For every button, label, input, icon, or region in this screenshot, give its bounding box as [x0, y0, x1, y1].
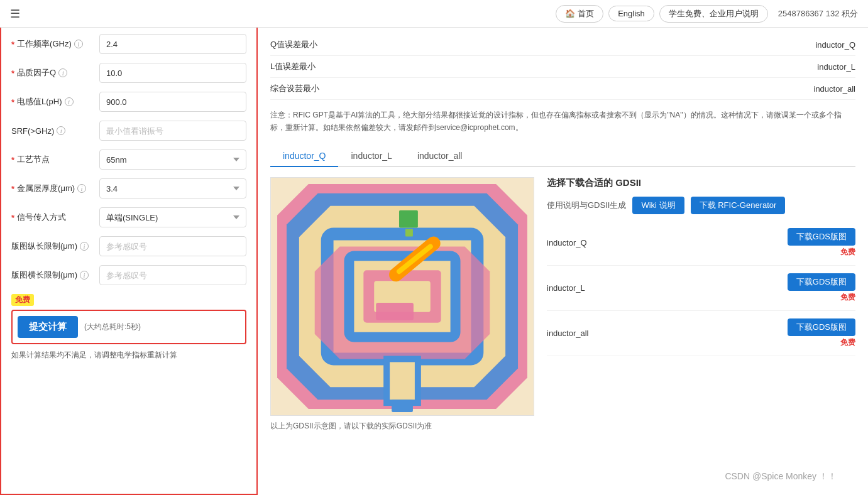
table-label-l: L值误差最小 [270, 61, 780, 72]
process-select[interactable]: 65nm 90nm 130nm 180nm [99, 150, 246, 170]
user-info: 2548786367 132 积分 [778, 8, 858, 19]
freq-input[interactable] [99, 34, 246, 54]
submit-button[interactable]: 提交计算 [18, 316, 78, 338]
english-button[interactable]: English [608, 6, 654, 21]
gdsii-download-panel: 选择下载合适的 GDSII 使用说明与GDSII生成 Wiki 说明 下载 RF… [547, 177, 855, 432]
form-row-layout-width: 版图横长限制(μm) i [11, 265, 246, 285]
svg-rect-13 [399, 210, 418, 228]
table-label-all: 综合设芸最小 [270, 83, 780, 94]
rfic-generator-button[interactable]: 下载 RFIC-Generator [691, 197, 786, 214]
quality-info-icon[interactable]: i [58, 68, 67, 77]
home-label: 首页 [578, 8, 594, 19]
table-label-q: Q值误差最小 [270, 39, 780, 50]
submit-section: 免费 提交计算 (大约总耗时:5秒) 如果计算结果均不满足，请调整电学指标重新计… [11, 294, 246, 361]
home-button[interactable]: 🏠 首页 [556, 5, 603, 23]
table-value-l: inductor_L [780, 62, 855, 72]
download-item-name-l: inductor_L [547, 283, 788, 293]
required-star-q: * [11, 68, 14, 78]
gdsii-section-title: 选择下载合适的 GDSII [547, 177, 855, 189]
layout-length-info-icon[interactable]: i [80, 242, 89, 251]
layout-width-input[interactable] [99, 265, 246, 285]
tab-inductor-all[interactable]: inductor_all [405, 146, 475, 167]
free-text-all: 免费 [840, 337, 855, 348]
download-item-q: inductor_Q 下载GDS版图 免费 [547, 220, 855, 266]
home-icon: 🏠 [565, 9, 575, 18]
tab-inductor-l[interactable]: inductor_L [338, 146, 404, 167]
top-nav: ☰ 🏠 首页 English 学生免费、企业用户说明 2548786367 13… [0, 0, 868, 28]
quality-label-text: 品质因子Q [17, 67, 56, 79]
left-panel: * 工作频率(GHz) i * 品质因子Q i * 电感值L(pH) i [0, 28, 258, 495]
form-row-srf: SRF(>GHz) i [11, 121, 246, 141]
inductance-label: * 电感值L(pH) i [11, 96, 99, 107]
process-label-text: 工艺节点 [17, 154, 50, 165]
free-text-l: 免费 [840, 292, 855, 303]
metal-select[interactable]: 3.4 2.8 2.0 [99, 178, 246, 199]
download-item-right-q: 下载GDS版图 免费 [788, 228, 855, 258]
tabs-row: inductor_Q inductor_L inductor_all [270, 146, 855, 167]
metal-info-icon[interactable]: i [77, 184, 86, 193]
english-label: English [618, 9, 645, 18]
required-star-l: * [11, 97, 14, 107]
svg-rect-14 [405, 229, 413, 236]
download-gds-button-all[interactable]: 下载GDS版图 [788, 318, 855, 336]
svg-rect-17 [392, 400, 413, 412]
download-item-all: inductor_all 下载GDS版图 免费 [547, 311, 855, 356]
form-row-quality: * 品质因子Q i [11, 63, 246, 83]
freq-label: * 工作频率(GHz) i [11, 38, 99, 50]
quality-label: * 品质因子Q i [11, 67, 99, 79]
srf-input[interactable] [99, 121, 246, 141]
svg-rect-11 [387, 359, 418, 403]
form-row-metal: * 金属层厚度(μm) i 3.4 2.8 2.0 [11, 178, 246, 199]
student-button[interactable]: 学生免费、企业用户说明 [659, 5, 768, 23]
inductance-label-text: 电感值L(pH) [17, 96, 62, 107]
table-value-q: inductor_Q [780, 40, 855, 50]
svg-rect-10 [376, 303, 414, 320]
table-row: 综合设芸最小 inductor_all [270, 78, 855, 100]
srf-info-icon[interactable]: i [57, 126, 65, 135]
inductance-input[interactable] [99, 92, 246, 112]
content-row: 以上为GDSII示意图，请以下载的实际GDSII为准 选择下载合适的 GDSII… [270, 177, 855, 432]
download-item-name-q: inductor_Q [547, 238, 788, 248]
signal-label-text: 信号传入方式 [17, 212, 66, 223]
process-label: * 工艺节点 [11, 154, 99, 165]
metal-label-text: 金属层厚度(μm) [17, 183, 75, 194]
free-text-q: 免费 [840, 247, 855, 258]
download-item-right-l: 下载GDS版图 免费 [788, 273, 855, 303]
table-row: Q值误差最小 inductor_Q [270, 34, 855, 56]
gdsii-subtitle-row: 使用说明与GDSII生成 Wiki 说明 下载 RFIC-Generator [547, 197, 855, 214]
submit-time: (大约总耗时:5秒) [84, 322, 141, 332]
main-layout: * 工作频率(GHz) i * 品质因子Q i * 电感值L(pH) i [0, 28, 868, 495]
freq-info-icon[interactable]: i [74, 40, 83, 48]
layout-length-label: 版图纵长限制(μm) i [11, 241, 99, 252]
tab-inductor-q[interactable]: inductor_Q [270, 146, 338, 167]
required-star-m: * [11, 184, 14, 193]
download-item-right-all: 下载GDS版图 免费 [788, 318, 855, 348]
form-row-layout-length: 版图纵长限制(μm) i [11, 236, 246, 256]
required-star-s: * [11, 213, 14, 222]
student-label: 学生免费、企业用户说明 [669, 8, 759, 19]
table-value-all: inductor_all [780, 84, 855, 94]
form-row-freq: * 工作频率(GHz) i [11, 34, 246, 54]
layout-width-info-icon[interactable]: i [80, 271, 89, 280]
form-row-process: * 工艺节点 65nm 90nm 130nm 180nm [11, 150, 246, 170]
submit-note: 如果计算结果均不满足，请调整电学指标重新计算 [11, 349, 246, 361]
quality-input[interactable] [99, 63, 246, 83]
srf-label-text: SRF(>GHz) [11, 126, 54, 136]
download-gds-button-q[interactable]: 下载GDS版图 [788, 228, 855, 246]
right-panel: Q值误差最小 inductor_Q L值误差最小 inductor_L 综合设芸… [258, 28, 868, 495]
wiki-button[interactable]: Wiki 说明 [632, 197, 684, 214]
download-gds-button-l[interactable]: 下载GDS版图 [788, 273, 855, 291]
metal-label: * 金属层厚度(μm) i [11, 183, 99, 194]
layout-length-input[interactable] [99, 236, 246, 256]
required-star: * [11, 40, 14, 49]
signal-select[interactable]: 单端(SINGLE) 差分(DIFFERENTIAL) [99, 207, 246, 227]
freq-label-text: 工作频率(GHz) [17, 38, 72, 50]
menu-icon[interactable]: ☰ [10, 7, 20, 21]
submit-btn-row: 提交计算 (大约总耗时:5秒) [11, 310, 246, 344]
inductance-info-icon[interactable]: i [65, 97, 74, 106]
gdsii-caption: 以上为GDSII示意图，请以下载的实际GDSII为准 [270, 421, 534, 432]
gdsii-image-container: 以上为GDSII示意图，请以下载的实际GDSII为准 [270, 177, 534, 432]
layout-width-label: 版图横长限制(μm) i [11, 269, 99, 281]
download-item-name-all: inductor_all [547, 329, 788, 338]
result-table: Q值误差最小 inductor_Q L值误差最小 inductor_L 综合设芸… [270, 34, 855, 100]
